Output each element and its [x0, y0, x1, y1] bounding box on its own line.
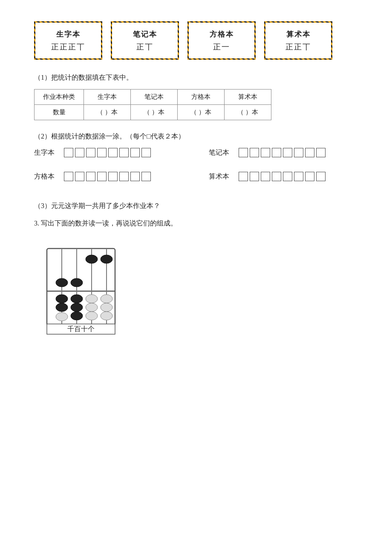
chart-row-fangge: 方格本	[34, 172, 183, 181]
chart-box	[316, 148, 326, 157]
tally-card-fangge: 方格本 正一	[187, 21, 256, 60]
chart-box	[250, 172, 259, 181]
chart-box	[239, 148, 248, 157]
svg-point-9	[101, 255, 112, 263]
table-header-suanshu: 算术本	[225, 90, 271, 105]
chart-box	[86, 148, 95, 157]
svg-point-7	[71, 278, 83, 287]
chart-box	[294, 172, 303, 181]
svg-point-21	[101, 312, 112, 320]
table-header-type: 作业本种类	[35, 90, 84, 105]
chart-box	[250, 148, 259, 157]
svg-point-10	[56, 295, 68, 303]
table-header-shengzi: 生字本	[84, 90, 131, 105]
chart-box	[108, 172, 118, 181]
table-cell-fangge-value: （ ）本	[178, 105, 225, 120]
chart-box	[316, 172, 326, 181]
tally-card-title-suanshu: 算术本	[286, 29, 311, 39]
tally-card-title-biji: 笔记本	[133, 29, 157, 39]
tally-card-suanshu: 算术本 正正丅	[264, 21, 332, 60]
svg-point-14	[71, 303, 83, 312]
chart-box	[283, 172, 292, 181]
table-cell-shengzi-value: （ ）本	[84, 105, 131, 120]
chart-label-biji: 笔记本	[209, 148, 234, 157]
chart-box	[283, 148, 292, 157]
table-cell-suanshu-value: （ ）本	[225, 105, 271, 120]
section3: 3. 写出下面的数并读一读，再说说它们的组成。	[34, 219, 358, 338]
chart-row-suanshu: 算术本	[209, 172, 358, 181]
table-header-biji: 笔记本	[131, 90, 178, 105]
svg-point-6	[56, 278, 68, 287]
chart-box	[272, 172, 281, 181]
chart-box	[305, 148, 314, 157]
tally-marks-biji: 正丅	[136, 42, 153, 52]
tally-marks-fangge: 正一	[213, 42, 230, 52]
question2-section: （2）根据统计的数据涂一涂。（每个□代表２本） 生字本 笔记本	[34, 132, 358, 191]
chart-row-shengzi: 生字本	[34, 148, 183, 157]
svg-text:千百十个: 千百十个	[67, 325, 95, 332]
chart-label-shengzi: 生字本	[34, 148, 60, 157]
tally-cards-row: 生字本 正正正丅 笔记本 正丅 方格本 正一 算术本 正正丅	[34, 21, 358, 60]
chart-box	[239, 172, 248, 181]
chart-box	[97, 172, 107, 181]
svg-point-18	[86, 312, 98, 320]
table-data-row: 数量 （ ）本 （ ）本 （ ）本 （ ）本	[35, 105, 271, 120]
data-table: 作业本种类 生字本 笔记本 方格本 算术本 数量 （ ）本 （ ）本 （ ）本 …	[34, 89, 271, 120]
chart-box	[272, 148, 281, 157]
question2-label: （2）根据统计的数据涂一涂。（每个□代表２本）	[34, 132, 358, 141]
section3-label: 3. 写出下面的数并读一读，再说说它们的组成。	[34, 219, 358, 228]
svg-point-12	[56, 312, 68, 321]
svg-point-15	[71, 312, 83, 320]
svg-point-8	[86, 255, 98, 263]
svg-point-11	[56, 303, 68, 312]
question1-section: （1）把统计的数据填在下表中。 作业本种类 生字本 笔记本 方格本 算术本 数量…	[34, 73, 358, 120]
chart-boxes-shengzi	[64, 148, 151, 157]
chart-box	[97, 148, 107, 157]
chart-box	[141, 172, 151, 181]
chart-boxes-suanshu	[239, 172, 326, 181]
question1-label: （1）把统计的数据填在下表中。	[34, 73, 358, 82]
chart-label-fangge: 方格本	[34, 172, 60, 181]
question3-section: （3）元元这学期一共用了多少本作业本？	[34, 202, 358, 211]
tally-card-biji: 笔记本 正丅	[111, 21, 179, 60]
chart-box	[141, 148, 151, 157]
table-header-row: 作业本种类 生字本 笔记本 方格本 算术本	[35, 90, 271, 105]
chart-box	[119, 172, 129, 181]
table-cell-quantity-label: 数量	[35, 105, 84, 120]
abacus-container: 千百十个	[34, 236, 358, 338]
chart-box	[261, 148, 270, 157]
chart-box	[108, 148, 118, 157]
chart-grid: 生字本 笔记本	[34, 148, 358, 191]
chart-label-suanshu: 算术本	[209, 172, 234, 181]
chart-box	[119, 148, 129, 157]
chart-box	[130, 148, 140, 157]
chart-box	[294, 148, 303, 157]
chart-box	[64, 148, 73, 157]
tally-card-title-shengzi: 生字本	[56, 29, 81, 39]
chart-box	[75, 172, 84, 181]
svg-point-16	[86, 295, 98, 303]
tally-card-title-fangge: 方格本	[210, 29, 234, 39]
chart-box	[130, 172, 140, 181]
chart-box	[64, 172, 73, 181]
tally-marks-shengzi: 正正正丅	[51, 42, 85, 52]
svg-point-13	[71, 295, 83, 303]
chart-box	[305, 172, 314, 181]
table-header-fangge: 方格本	[178, 90, 225, 105]
table-cell-biji-value: （ ）本	[131, 105, 178, 120]
svg-point-20	[101, 303, 112, 312]
chart-box	[75, 148, 84, 157]
abacus-svg: 千百十个	[34, 236, 128, 338]
svg-point-19	[101, 295, 112, 303]
chart-row-biji: 笔记本	[209, 148, 358, 157]
question3-label: （3）元元这学期一共用了多少本作业本？	[34, 202, 358, 211]
chart-boxes-fangge	[64, 172, 151, 181]
svg-point-17	[86, 303, 98, 312]
tally-card-shengzi: 生字本 正正正丅	[34, 21, 102, 60]
chart-boxes-biji	[239, 148, 326, 157]
chart-box	[86, 172, 95, 181]
tally-marks-suanshu: 正正丅	[285, 42, 311, 52]
chart-box	[261, 172, 270, 181]
